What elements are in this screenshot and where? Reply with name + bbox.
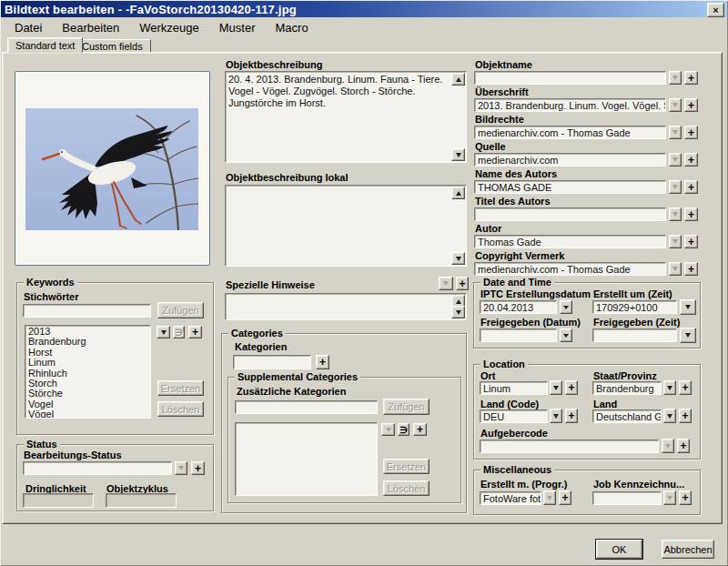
ort-input[interactable]: Linum [480,381,548,395]
bearbeitungs-status-label: Bearbeitungs-Status [24,450,122,460]
scroll-up-button[interactable] [451,73,465,86]
chevron-down-icon [547,496,552,500]
title-bar[interactable]: Bildtext bearbeiten - -FaVoStorch2013042… [1,1,727,17]
menu-macro[interactable]: Macro [266,19,318,36]
objektname-plus-button[interactable]: + [684,71,698,85]
dringlichkeit-combo[interactable] [23,493,94,508]
freigegeben-datum-input[interactable] [480,328,557,342]
objektbeschreibung-textarea[interactable]: 20. 4. 2013. Brandenburg. Linum. Fauna -… [225,71,467,163]
supplemental-replace-button: Ersetzen [383,459,430,474]
titel-des-autors-plus-button[interactable]: + [684,207,698,221]
land-input[interactable]: Deutschland Ger [592,409,662,423]
ueberschrift-label: Überschrift [475,86,529,97]
keywords-plus-button[interactable]: + [188,326,202,339]
arrow-up-icon [456,299,461,304]
bildrechte-input[interactable]: medienarchiv.com - Thomas Gade [474,126,666,139]
copyright-vermerk-dropdown-button [669,262,682,276]
scroll-down-button[interactable] [451,148,465,161]
bildrechte-label: Bildrechte [475,114,524,125]
copyright-vermerk-input[interactable]: medienarchiv.com - Thomas Gade [474,262,666,276]
tab-custom-fields[interactable]: Custom fields [74,39,151,53]
ok-button[interactable]: OK [596,540,642,559]
land-code-input[interactable]: DEU [480,409,548,423]
aufgebercode-input[interactable] [480,440,659,453]
objektbeschreibung-lokal-textarea[interactable] [225,185,467,267]
iptc-erstellungsdatum-input[interactable]: 20.04.2013 [480,300,557,314]
name-des-autors-label: Name des Autors [475,168,557,179]
ort-plus-button[interactable]: + [565,380,578,395]
job-plus-button[interactable]: + [679,490,692,505]
keywords-dropdown-button[interactable] [157,326,170,339]
objektname-label: Objektname [475,59,532,70]
land-code-plus-button[interactable]: + [565,409,578,423]
erstellt-um-input[interactable]: 170929+0100 [592,300,677,314]
quelle-plus-button[interactable]: + [684,153,698,167]
staat-dropdown-button[interactable] [663,380,676,395]
staat-provinz-label: Staat/Provinz [593,370,657,381]
keyword-item[interactable]: Vögel [28,409,147,419]
aufgebercode-dropdown-button [662,439,674,453]
menu-muster[interactable]: Muster [209,19,266,36]
kategorien-plus-button[interactable]: + [316,355,329,369]
hinweise-plus-button[interactable]: + [456,277,469,290]
stichwoerter-input[interactable] [23,304,151,318]
bildrechte-plus-button[interactable]: + [684,126,698,139]
land-dropdown-button[interactable] [663,409,676,423]
tab-standard-text[interactable]: Standard text [7,37,83,53]
scroll-down-button[interactable] [451,306,465,318]
keywords-list[interactable]: 2013 Brandenburg Horst Linum Rhinluch St… [25,325,151,419]
objektzyklus-combo[interactable] [106,493,177,508]
keyword-item[interactable]: Linum [28,358,147,368]
chevron-down-icon [665,444,671,449]
freigegeben-zeit-label: Freigegeben (Zeit) [593,317,680,328]
miscellaneous-group-label: Miscellaneous [480,464,554,475]
supplemental-plus-button[interactable]: + [413,423,427,436]
keywords-insert-button: ∋ [173,326,185,339]
cancel-button[interactable]: Abbrechen [662,540,714,559]
ueberschrift-input[interactable]: 2013. Brandenburg. Linum. Vogel. Vögel. … [474,98,666,112]
ort-dropdown-button[interactable] [550,380,562,395]
erstellungsdatum-dropdown-button[interactable] [560,300,572,314]
freigegeben-zeit-input[interactable] [592,328,677,342]
job-kennzeichnung-input[interactable] [592,491,662,505]
freigegeben-datum-dropdown-button[interactable] [560,328,572,342]
land-code-dropdown-button[interactable] [550,409,562,423]
autor-input[interactable]: Thomas Gade [474,235,666,248]
chevron-down-icon [685,333,691,338]
status-plus-button[interactable]: + [191,461,205,475]
copyright-vermerk-plus-button[interactable]: + [684,262,698,276]
aufgebercode-plus-button[interactable]: + [677,439,690,453]
name-des-autors-plus-button[interactable]: + [684,180,698,194]
spezielle-hinweise-textarea[interactable] [225,293,467,320]
scroll-up-button[interactable] [451,187,465,199]
menu-bearbeiten[interactable]: Bearbeiten [52,19,129,36]
kategorien-label: Kategorien [235,341,287,352]
close-button[interactable]: × [707,3,724,17]
name-des-autors-dropdown-button [669,180,682,194]
objektname-input[interactable] [474,71,666,85]
menu-datei[interactable]: Datei [5,19,52,36]
scroll-down-button[interactable] [451,252,465,265]
chevron-down-icon [672,103,678,107]
kategorien-combo[interactable] [233,355,311,369]
quelle-input[interactable]: medienarchiv.com [474,153,666,167]
supplemental-list[interactable] [235,422,378,496]
titel-des-autors-input[interactable] [474,207,666,221]
programm-dropdown-button [543,490,556,505]
freigegeben-zeit-dropdown-button[interactable] [680,328,696,343]
bearbeitungs-status-input[interactable] [23,461,172,475]
menu-werkzeuge[interactable]: Werkzeuge [129,19,209,36]
supplemental-insert-button[interactable]: ∋ [398,423,410,436]
ueberschrift-plus-button[interactable]: + [684,98,698,112]
autor-dropdown-button [669,235,682,248]
erstellt-um-dropdown-button[interactable] [680,299,696,315]
autor-plus-button[interactable]: + [684,235,698,248]
close-icon: × [713,5,718,15]
staat-plus-button[interactable]: + [679,380,692,395]
land-plus-button[interactable]: + [679,409,692,423]
staat-provinz-input[interactable]: Brandenburg [592,381,662,395]
name-des-autors-input[interactable]: THOMAS GADE [474,180,666,194]
erstellt-mit-programm-input[interactable]: FotoWare fotost [480,491,541,505]
programm-plus-button[interactable]: + [559,490,571,505]
zusaetzliche-kategorien-input[interactable] [235,400,378,414]
